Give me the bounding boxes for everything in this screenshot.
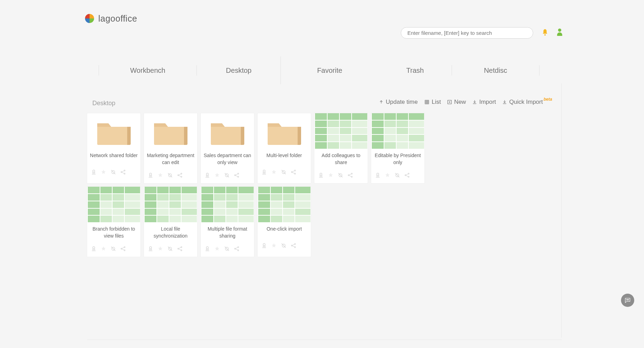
stamp-icon[interactable]	[261, 169, 267, 177]
sort-label: Update time	[386, 99, 418, 106]
svg-point-53	[294, 247, 296, 248]
logo[interactable]: lagooffice	[84, 13, 137, 24]
stamp-icon[interactable]	[147, 246, 154, 253]
search-bar[interactable]	[401, 27, 533, 39]
new-label: New	[454, 99, 466, 106]
share-icon[interactable]	[177, 246, 183, 253]
quick-import-label: Quick Import	[509, 99, 543, 106]
hide-icon[interactable]	[394, 172, 400, 180]
hide-icon[interactable]	[167, 246, 173, 253]
quick-import-button[interactable]: Quick Import beta	[502, 99, 553, 106]
tab-netdisc[interactable]: Netdisc	[452, 67, 539, 75]
card-label: Branch forbidden to view files	[87, 224, 140, 243]
star-icon[interactable]	[100, 169, 107, 177]
share-icon[interactable]	[290, 242, 297, 250]
share-icon[interactable]	[120, 246, 126, 253]
stamp-icon[interactable]	[318, 172, 324, 180]
svg-point-22	[294, 170, 296, 171]
star-icon[interactable]	[271, 169, 277, 177]
svg-point-49	[263, 243, 265, 246]
stamp-icon[interactable]	[261, 242, 267, 250]
hide-icon[interactable]	[167, 172, 173, 180]
folder-card[interactable]: Sales department can only view	[200, 113, 254, 184]
card-actions	[201, 243, 254, 257]
file-card[interactable]: Branch forbidden to view files	[87, 186, 141, 257]
card-actions	[87, 243, 140, 257]
share-icon[interactable]	[177, 172, 183, 180]
svg-point-39	[150, 247, 152, 249]
hide-icon[interactable]	[110, 169, 116, 177]
stamp-icon[interactable]	[204, 172, 210, 180]
star-icon[interactable]	[214, 172, 220, 180]
file-card[interactable]: Add colleagues to share	[314, 113, 368, 184]
file-card[interactable]: Editable by President only	[371, 113, 425, 184]
svg-point-23	[294, 173, 296, 174]
card-label: Network shared folder	[87, 151, 140, 166]
hide-icon[interactable]	[224, 246, 230, 253]
star-icon[interactable]	[384, 172, 391, 180]
svg-point-0	[544, 34, 546, 36]
tab-desktop[interactable]: Desktop	[197, 67, 281, 75]
bell-icon[interactable]	[541, 28, 549, 37]
svg-point-47	[238, 247, 239, 248]
hide-icon[interactable]	[337, 172, 344, 180]
card-label: Editable by President only	[371, 151, 424, 169]
svg-point-19	[263, 170, 265, 172]
star-icon[interactable]	[271, 242, 277, 250]
stamp-icon[interactable]	[91, 246, 97, 253]
list-view-button[interactable]: List	[424, 99, 441, 106]
share-icon[interactable]	[404, 172, 410, 180]
share-icon[interactable]	[233, 172, 240, 180]
stamp-icon[interactable]	[375, 172, 381, 180]
svg-point-43	[181, 250, 182, 251]
folder-card[interactable]: Network shared folder	[87, 113, 141, 184]
sort-button[interactable]: Update time	[379, 99, 418, 106]
new-button[interactable]: New	[447, 99, 466, 106]
star-icon[interactable]	[328, 172, 334, 180]
folder-card[interactable]: Multi-level folder	[257, 113, 311, 184]
share-icon[interactable]	[120, 169, 126, 177]
hide-icon[interactable]	[281, 242, 287, 250]
svg-point-17	[238, 173, 239, 174]
svg-point-34	[93, 247, 95, 249]
hide-icon[interactable]	[281, 169, 287, 177]
user-icon[interactable]	[556, 28, 564, 37]
star-icon[interactable]	[100, 246, 107, 253]
import-button[interactable]: Import	[472, 99, 496, 106]
file-card[interactable]: One-click import	[257, 186, 311, 257]
svg-point-41	[178, 248, 179, 249]
logo-icon	[84, 13, 95, 24]
chat-fab[interactable]	[621, 294, 634, 307]
svg-point-12	[181, 173, 182, 174]
stamp-icon[interactable]	[91, 169, 97, 177]
share-icon[interactable]	[347, 172, 353, 180]
share-icon[interactable]	[233, 246, 240, 253]
search-input[interactable]	[407, 30, 527, 36]
folder-card[interactable]: Marketing department can edit	[144, 113, 198, 184]
share-icon[interactable]	[290, 169, 297, 177]
card-label: Marketing department can edit	[144, 151, 197, 169]
star-icon[interactable]	[157, 246, 163, 253]
tab-workbench[interactable]: Workbench	[99, 67, 197, 75]
tab-trash[interactable]: Trash	[378, 67, 452, 75]
svg-point-56	[628, 300, 629, 300]
file-card[interactable]: Multiple file format sharing	[200, 186, 254, 257]
file-card[interactable]: Local file synchronization	[144, 186, 198, 257]
star-icon[interactable]	[214, 246, 220, 253]
breadcrumb: Desktop	[92, 100, 115, 107]
svg-point-29	[377, 173, 379, 175]
stamp-icon[interactable]	[204, 246, 210, 253]
card-actions	[144, 169, 197, 183]
hide-icon[interactable]	[224, 172, 230, 180]
svg-point-7	[124, 170, 125, 171]
star-icon[interactable]	[157, 172, 163, 180]
card-actions	[371, 169, 424, 183]
hide-icon[interactable]	[110, 246, 116, 253]
list-label: List	[432, 99, 441, 106]
stamp-icon[interactable]	[147, 172, 154, 180]
tab-favorite[interactable]: Favorite	[281, 67, 378, 75]
svg-point-32	[408, 173, 409, 174]
card-actions	[87, 166, 140, 180]
card-label: Add colleagues to share	[314, 151, 368, 169]
svg-point-27	[351, 173, 352, 174]
